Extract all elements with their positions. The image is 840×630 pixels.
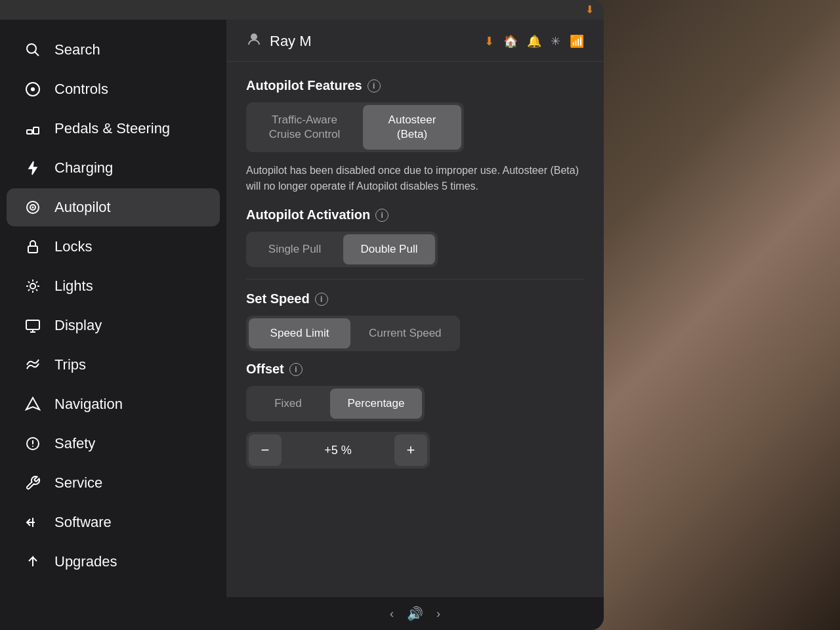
user-name: Ray M bbox=[270, 33, 312, 50]
main-content: Search Controls Pedals & Steering Chargi… bbox=[0, 20, 604, 630]
offset-info-icon[interactable]: i bbox=[289, 363, 303, 376]
service-icon bbox=[23, 473, 43, 493]
tacc-button[interactable]: Traffic-AwareCruise Control bbox=[249, 105, 360, 150]
user-info: Ray M bbox=[246, 32, 312, 51]
sidebar-item-autopilot[interactable]: Autopilot bbox=[7, 188, 220, 226]
svg-rect-20 bbox=[26, 320, 39, 329]
speed-group: Speed Limit Current Speed bbox=[246, 316, 460, 351]
speed-section-title: Set Speed i bbox=[246, 291, 584, 306]
sidebar-item-locks[interactable]: Locks bbox=[7, 228, 220, 266]
search-icon bbox=[23, 40, 43, 60]
single-pull-button[interactable]: Single Pull bbox=[249, 234, 341, 264]
chevron-right-icon[interactable]: › bbox=[436, 607, 440, 621]
sidebar-label-pedals: Pedals & Steering bbox=[54, 120, 170, 137]
trips-icon bbox=[23, 355, 43, 375]
offset-plus-button[interactable]: + bbox=[394, 434, 427, 466]
svg-line-1 bbox=[35, 52, 39, 56]
activation-info-icon[interactable]: i bbox=[375, 209, 388, 222]
status-icons: ⬇ 🏠 🔔 ✳ 📶 bbox=[484, 34, 584, 49]
svg-marker-23 bbox=[26, 398, 39, 410]
sidebar-label-display: Display bbox=[54, 317, 102, 334]
svg-line-18 bbox=[36, 282, 37, 283]
top-download-icon: ⬇ bbox=[585, 3, 594, 16]
svg-line-16 bbox=[28, 282, 30, 283]
features-info-icon[interactable]: i bbox=[368, 79, 381, 93]
sidebar-label-software: Software bbox=[54, 514, 112, 531]
locks-icon bbox=[23, 237, 43, 257]
offset-title-text: Offset bbox=[246, 362, 284, 377]
sidebar-item-pedals[interactable]: Pedals & Steering bbox=[7, 110, 220, 148]
sidebar-label-safety: Safety bbox=[54, 435, 95, 452]
navigation-icon bbox=[23, 394, 43, 414]
sidebar-label-lights: Lights bbox=[54, 278, 93, 295]
sidebar-label-charging: Charging bbox=[54, 159, 113, 177]
download-status-icon: ⬇ bbox=[484, 34, 494, 49]
sidebar-item-charging[interactable]: Charging bbox=[7, 149, 220, 187]
bottom-bar: ‹ 🔊 › bbox=[226, 597, 604, 630]
right-panel: Ray M ⬇ 🏠 🔔 ✳ 📶 Autopilot Features i bbox=[226, 20, 604, 630]
sidebar-item-upgrades[interactable]: Upgrades bbox=[7, 543, 220, 581]
speed-info-icon[interactable]: i bbox=[315, 293, 328, 306]
upgrades-icon bbox=[23, 552, 43, 572]
svg-point-0 bbox=[27, 44, 36, 53]
speed-limit-button[interactable]: Speed Limit bbox=[249, 318, 350, 348]
offset-controls: − +5 % + bbox=[246, 432, 430, 469]
charging-icon bbox=[23, 158, 43, 178]
autosteer-button[interactable]: Autosteer(Beta) bbox=[363, 105, 461, 150]
sidebar-label-controls: Controls bbox=[54, 81, 108, 98]
sidebar-item-display[interactable]: Display bbox=[7, 306, 220, 345]
divider-1 bbox=[246, 279, 584, 280]
svg-point-26 bbox=[32, 446, 33, 447]
pedals-icon bbox=[23, 119, 43, 138]
current-speed-button[interactable]: Current Speed bbox=[353, 318, 457, 348]
sidebar-item-lights[interactable]: Lights bbox=[7, 267, 220, 305]
features-section-title: Autopilot Features i bbox=[246, 78, 584, 93]
controls-icon bbox=[23, 79, 43, 99]
svg-line-17 bbox=[36, 289, 37, 291]
sidebar-label-locks: Locks bbox=[54, 238, 92, 255]
display-icon bbox=[23, 316, 43, 335]
sidebar-label-service: Service bbox=[54, 474, 102, 492]
fixed-button[interactable]: Fixed bbox=[249, 388, 327, 419]
safety-icon bbox=[23, 434, 43, 453]
offset-value: +5 % bbox=[282, 444, 394, 457]
offset-type-group: Fixed Percentage bbox=[246, 386, 425, 421]
sidebar-item-service[interactable]: Service bbox=[7, 464, 220, 502]
sidebar: Search Controls Pedals & Steering Chargi… bbox=[0, 20, 226, 630]
sidebar-item-safety[interactable]: Safety bbox=[7, 425, 220, 463]
warning-text: Autopilot has been disabled once due to … bbox=[246, 163, 584, 194]
sidebar-item-trips[interactable]: Trips bbox=[7, 346, 220, 384]
svg-point-9 bbox=[32, 207, 34, 209]
sidebar-label-navigation: Navigation bbox=[54, 396, 123, 413]
autopilot-icon bbox=[23, 198, 43, 217]
lights-icon bbox=[23, 276, 43, 296]
svg-point-29 bbox=[251, 34, 257, 39]
double-pull-button[interactable]: Double Pull bbox=[343, 234, 435, 264]
offset-section-title: Offset i bbox=[246, 362, 584, 377]
main-screen: ⬇ Search Controls Pedals & Steerin bbox=[0, 0, 604, 630]
activation-title-text: Autopilot Activation bbox=[246, 207, 370, 222]
sidebar-label-trips: Trips bbox=[54, 356, 86, 373]
settings-content: Autopilot Features i Traffic-AwareCruise… bbox=[226, 62, 604, 597]
svg-rect-4 bbox=[27, 130, 32, 134]
sidebar-item-search[interactable]: Search bbox=[7, 31, 220, 69]
sidebar-item-software[interactable]: Software bbox=[7, 503, 220, 541]
svg-point-11 bbox=[30, 284, 35, 289]
offset-minus-button[interactable]: − bbox=[249, 434, 282, 466]
bell-status-icon: 🔔 bbox=[527, 34, 541, 49]
chevron-left-icon[interactable]: ‹ bbox=[390, 607, 394, 621]
speaker-icon[interactable]: 🔊 bbox=[407, 606, 423, 621]
sidebar-item-controls[interactable]: Controls bbox=[7, 70, 220, 108]
car-background bbox=[564, 0, 840, 630]
sidebar-label-search: Search bbox=[54, 41, 100, 58]
percentage-button[interactable]: Percentage bbox=[330, 388, 422, 419]
svg-point-3 bbox=[31, 87, 35, 91]
home-status-icon: 🏠 bbox=[503, 34, 518, 49]
svg-line-19 bbox=[28, 289, 30, 291]
autopilot-features-group: Traffic-AwareCruise Control Autosteer(Be… bbox=[246, 102, 464, 152]
sidebar-label-autopilot: Autopilot bbox=[54, 199, 111, 216]
bluetooth-status-icon: ✳ bbox=[551, 34, 560, 49]
svg-rect-10 bbox=[28, 246, 37, 253]
sidebar-item-navigation[interactable]: Navigation bbox=[7, 385, 220, 423]
features-title-text: Autopilot Features bbox=[246, 78, 362, 93]
